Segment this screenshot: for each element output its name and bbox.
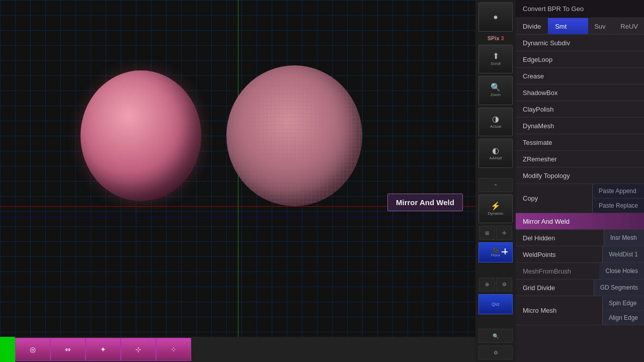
floor-label: Floor — [491, 253, 500, 257]
dynamic-icon: ⚡ — [491, 202, 501, 210]
grid-icon[interactable]: ⊞ — [479, 226, 495, 240]
bottom-icon-5: ⁘ — [169, 345, 179, 353]
icon-row-2: ⊕ ⚙ — [479, 278, 512, 292]
bottom-icon-group: ◎ ⇔ ✦ ⊹ ⁘ — [15, 338, 191, 361]
sphere-left — [80, 70, 201, 201]
bottom-bar: ◎ ⇔ ✦ ⊹ ⁘ — [0, 337, 475, 362]
dynamesh-row: DynaMesh — [516, 118, 644, 134]
paste-replace-btn[interactable]: Paste Replace — [593, 198, 644, 213]
panel-header-text: Convert BPR To Geo — [523, 5, 584, 13]
zoom-btn[interactable]: 🔍 Zoom — [478, 76, 513, 105]
del-hidden-btn[interactable]: Del Hidden — [516, 230, 604, 246]
mirror-weld-row: Mirror And Weld — [516, 213, 644, 230]
modify-topology-row: Modify Topology — [516, 167, 644, 184]
scroll-icon: ⬆ — [493, 52, 499, 60]
vertical-axis — [238, 0, 238, 362]
move-icon[interactable]: ✛ — [496, 226, 512, 240]
weld-dist-btn[interactable]: WeldDist 1 — [602, 246, 644, 262]
blue-axis — [0, 217, 475, 218]
bottom-btn-3[interactable]: ✦ — [86, 338, 121, 361]
mesh-from-brush-row: MeshFromBrush Close Holes — [516, 263, 644, 280]
edgeloop-row: EdgeLoop — [516, 51, 644, 68]
insr-mesh-btn[interactable]: Insr Mesh — [604, 230, 644, 246]
spin-edge-btn[interactable]: Spin Edge — [603, 296, 644, 310]
zoom-label: Zoom — [491, 93, 501, 97]
dynamic-subdiv-row: Dynamic Subdiv — [516, 35, 644, 51]
actual-label: Actual — [490, 124, 501, 129]
dynamesh-btn[interactable]: DynaMesh — [516, 118, 644, 134]
align-edge-btn[interactable]: Align Edge — [603, 310, 644, 325]
zoom-icon: 🔍 — [491, 83, 501, 92]
tessimate-btn[interactable]: Tessimate — [516, 134, 644, 150]
mirror-weld-btn[interactable]: Mirror And Weld — [516, 213, 644, 229]
bottom-icon-3: ✦ — [98, 345, 108, 353]
smt-btn[interactable]: Smt — [548, 18, 588, 34]
scroll-btn[interactable]: ⬆ Scroll — [478, 45, 513, 74]
bottom-btn-4[interactable]: ⊹ — [121, 338, 156, 361]
modify-topology-btn[interactable]: Modify Topology — [516, 167, 644, 184]
actual-icon: ◑ — [492, 115, 499, 123]
paste-append-btn[interactable]: Paste Append — [593, 184, 644, 198]
divide-btn[interactable]: Divide — [516, 18, 548, 34]
scroll-label: Scroll — [491, 61, 501, 66]
tooltip-text: Mirror And Weld — [396, 198, 454, 207]
bottom-icon-4: ⊹ — [133, 345, 143, 353]
right-panel: Convert BPR To Geo Divide Smt Suv ReUV D… — [516, 0, 644, 362]
toolbar-top-icon[interactable]: ● — [478, 3, 513, 32]
suv-btn[interactable]: Suv — [588, 18, 614, 34]
claypolish-row: ClayPolish — [516, 101, 644, 118]
tessimate-row: Tessimate — [516, 134, 644, 151]
bottom-btn-2[interactable]: ⇔ — [50, 338, 86, 361]
copy-btn[interactable]: Copy — [516, 184, 592, 213]
nav-icon[interactable]: ⊕ — [479, 278, 495, 292]
dynamic-btn[interactable]: ⚡ Dynamic — [478, 195, 513, 224]
bottom-icon-2: ⇔ — [63, 345, 73, 353]
floor-icon: ⬛ — [493, 248, 499, 253]
sphere-icon: ● — [493, 13, 498, 21]
viewport[interactable]: Mirror And Weld ◎ ⇔ ✦ ⊹ ⁘ — [0, 0, 475, 362]
aahalf-label: AAHalf — [490, 156, 502, 160]
settings-icon-btn[interactable]: ⚙ — [478, 345, 513, 359]
icon-row-1: ⊞ ✛ — [479, 226, 512, 240]
settings-icon[interactable]: ⚙ — [496, 278, 512, 292]
micro-mesh-btn[interactable]: Micro Mesh — [516, 296, 602, 325]
floor-btn[interactable]: ⬛ Floor — [478, 242, 513, 262]
edgeloop-btn[interactable]: EdgeLoop — [516, 51, 644, 67]
mirror-weld-tooltip: Mirror And Weld — [387, 194, 463, 211]
gd-segments-btn[interactable]: GD Segments — [594, 280, 644, 296]
crease-btn[interactable]: Crease — [516, 68, 644, 84]
grid-divide-row: Grid Divide GD Segments — [516, 280, 644, 296]
grid-divide-btn[interactable]: Grid Divide — [516, 280, 594, 296]
zremesher-row: ZRemesher — [516, 151, 644, 167]
bottom-icon-1: ◎ — [28, 345, 38, 353]
aahalf-icon: ◐ — [492, 147, 499, 155]
spix-label: SPix 3 — [488, 35, 504, 41]
bottom-btn-5[interactable]: ⁘ — [156, 338, 191, 361]
claypolish-btn[interactable]: ClayPolish — [516, 101, 644, 117]
weld-points-btn[interactable]: WeldPoints — [516, 246, 602, 262]
micro-mesh-row: Micro Mesh Spin Edge Align Edge — [516, 296, 644, 325]
expand-btn[interactable]: » — [478, 178, 513, 192]
shadowbox-row: ShadowBox — [516, 84, 644, 101]
aahalf-btn[interactable]: ◐ AAHalf — [478, 139, 513, 168]
zremesher-btn[interactable]: ZRemesher — [516, 151, 644, 167]
right-toolbar: ● SPix 3 ⬆ Scroll 🔍 Zoom ◑ Actual ◐ AAHa… — [475, 0, 516, 362]
close-holes-btn[interactable]: Close Holes — [599, 263, 644, 279]
copy-row: Copy Paste Append Paste Replace — [516, 184, 644, 213]
search-icon-btn[interactable]: 🔍 — [478, 329, 513, 343]
panel-header: Convert BPR To Geo — [516, 0, 644, 18]
shadowbox-btn[interactable]: ShadowBox — [516, 84, 644, 101]
bottom-btn-1[interactable]: ◎ — [15, 338, 50, 361]
mesh-from-brush-btn[interactable]: MeshFromBrush — [516, 263, 599, 279]
crease-row: Crease — [516, 68, 644, 84]
qvz-btn[interactable]: Qvz — [478, 294, 513, 314]
sphere-right — [226, 65, 362, 206]
actual-btn[interactable]: ◑ Actual — [478, 108, 513, 137]
weld-points-row: WeldPoints WeldDist 1 — [516, 246, 644, 263]
dynamic-label: Dynamic — [488, 211, 503, 216]
divide-row: Divide Smt Suv ReUV — [516, 18, 644, 35]
del-hidden-row: Del Hidden Insr Mesh — [516, 230, 644, 246]
qvz-label: Qvz — [492, 302, 500, 307]
dynamic-subdiv-btn[interactable]: Dynamic Subdiv — [516, 35, 644, 51]
reuv-btn[interactable]: ReUV — [614, 18, 644, 34]
